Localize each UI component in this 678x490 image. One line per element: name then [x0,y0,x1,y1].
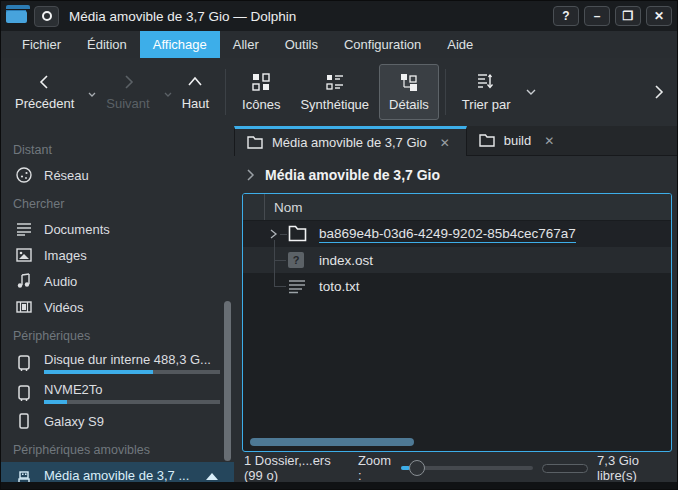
sidebar-item-label: Média amovible de 3,7 ... [44,468,193,482]
folder-icon [247,136,263,149]
free-space-bar [542,464,588,473]
tab-media-amovible[interactable]: Média amovible de 3,7 Gio ✕ [234,126,467,156]
device-icon [42,11,52,21]
icons-view-button[interactable]: Icônes [232,64,290,120]
tree-guide-vline [274,240,275,286]
expander-icon[interactable] [268,229,278,239]
minimize-button[interactable]: – [584,6,610,26]
menu-aide[interactable]: Aide [434,31,486,58]
column-header-nom[interactable]: Nom [265,194,303,220]
toolbar-overflow-icon[interactable] [653,84,665,100]
breadcrumb: Média amovible de 3,7 Gio [234,156,677,193]
sidebar-item-reseau[interactable]: Réseau [1,162,234,188]
sidebar-item-nvme2to[interactable]: NVME2To [1,378,234,408]
forward-dropdown-icon [164,92,172,97]
sidebar-item-label: Images [44,248,87,263]
window-title: Média amovible de 3,7 Gio — Dolphin [69,9,296,24]
file-rows: ba869e4b-03d6-4249-9202-85b4cec767a7 ? i… [243,221,671,299]
disk-usage-bar [44,370,220,374]
tree-guide-stub [280,234,287,235]
toolbar: Précédent Suivant Haut [1,58,677,126]
folder-icon [288,225,307,242]
sidebar-item-videos[interactable]: Vidéos [1,294,234,320]
sort-by-button[interactable]: Trier par [452,64,521,120]
forward-icon [119,73,137,91]
menu-configuration[interactable]: Configuration [331,31,434,58]
tab-build[interactable]: build ✕ [467,126,567,156]
sidebar-item-galaxy-s9[interactable]: Galaxy S9 [1,408,234,434]
zoom-slider-handle[interactable] [409,460,425,476]
compact-view-icon [325,72,345,92]
tab-close-icon[interactable]: ✕ [544,134,554,148]
sidebar-item-label: Audio [44,274,77,289]
compact-view-button[interactable]: Synthétique [290,64,379,120]
network-icon [14,166,33,184]
icons-view-icon [251,72,271,92]
disk-usage-bar [44,400,220,404]
sidebar-item-label: Vidéos [44,300,84,315]
back-icon [36,73,54,91]
sidebar-item-audio[interactable]: Audio [1,268,234,294]
file-row-index-ost[interactable]: ? index.ost [243,247,671,273]
toolbar-separator [445,69,446,115]
up-button[interactable]: Haut [172,65,219,119]
menubar: Fichier Édition Affichage Aller Outils C… [1,31,677,58]
sidebar-item-label: Galaxy S9 [44,414,104,429]
zoom-slider[interactable] [401,459,533,477]
sort-dropdown-icon[interactable] [526,89,536,95]
tree-guide-stub [274,260,286,261]
dolphin-window: Média amovible de 3,7 Gio — Dolphin ? – … [0,0,678,490]
folder-icon [479,134,495,147]
file-name: index.ost [319,253,373,268]
close-button[interactable]: ✕ [646,6,672,26]
zoom-label: Zoom : [358,453,392,483]
free-space-label: 7,3 Gio libre(s) [597,453,669,483]
horizontal-scrollbar[interactable] [250,438,414,446]
usb-icon [14,470,33,482]
text-file-icon [288,279,306,294]
phone-icon [14,412,33,430]
section-header-chercher: Chercher [1,188,234,216]
unknown-file-icon: ? [288,251,304,268]
sidebar-item-label: Réseau [44,168,89,183]
file-row-toto-txt[interactable]: toto.txt [243,273,671,299]
image-icon [14,246,33,264]
up-icon [186,73,204,91]
tab-label: build [504,133,531,148]
eject-icon[interactable] [204,472,220,482]
menu-aller[interactable]: Aller [220,31,272,58]
sidebar-item-images[interactable]: Images [1,242,234,268]
help-button[interactable]: ? [553,6,579,26]
back-dropdown-icon[interactable] [88,92,96,97]
column-header-row: Nom [243,194,671,221]
tree-guide-stub [274,286,286,287]
maximize-button[interactable]: ❐ [615,6,641,26]
back-button[interactable]: Précédent [5,65,84,119]
menu-outils[interactable]: Outils [272,31,331,58]
sidebar-scrollbar[interactable] [224,301,231,461]
menu-affichage[interactable]: Affichage [140,31,220,58]
menu-fichier[interactable]: Fichier [9,31,74,58]
status-bar: 1 Dossier,...ers (99 o) Zoom : 7,3 Gio l… [234,454,677,482]
status-summary: 1 Dossier,...ers (99 o) [244,453,349,483]
tab-close-icon[interactable]: ✕ [440,136,450,150]
document-icon [14,220,33,238]
file-name: toto.txt [319,279,360,294]
sidebar-item-label: Disque dur interne 488,3 G... [44,352,220,367]
tab-bar-empty [566,126,677,156]
chevron-right-icon[interactable] [246,169,255,181]
toolbar-separator [225,69,226,115]
titlebar: Média amovible de 3,7 Gio — Dolphin ? – … [1,1,677,31]
sidebar-item-label: Documents [44,222,110,237]
file-name: ba869e4b-03d6-4249-9202-85b4cec767a7 [319,226,576,243]
menu-edition[interactable]: Édition [74,31,140,58]
window-menu-button[interactable] [34,6,59,27]
sidebar-item-documents[interactable]: Documents [1,216,234,242]
sidebar-item-disque-interne[interactable]: Disque dur interne 488,3 G... [1,348,234,378]
details-view-button[interactable]: Détails [379,64,439,120]
sidebar-item-label: NVME2To [44,382,220,397]
breadcrumb-location[interactable]: Média amovible de 3,7 Gio [265,167,440,183]
sidebar-item-media-amovible[interactable]: Média amovible de 3,7 ... [1,462,234,482]
harddisk-icon [14,354,33,372]
file-row-folder[interactable]: ba869e4b-03d6-4249-9202-85b4cec767a7 [243,221,671,247]
